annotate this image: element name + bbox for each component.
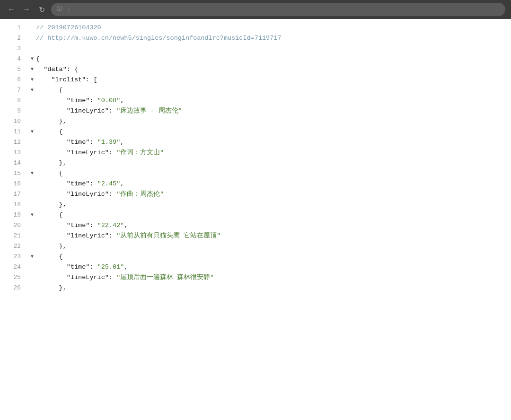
code-line: 25▶ "lineLyric": "屋顶后面一遍森林 森林很安静" [0,272,511,283]
code-text: "time": "1.39", [36,137,511,148]
collapse-triangle[interactable]: ▼ [28,127,36,137]
collapse-triangle: ▶ [28,200,36,210]
line-number: 6 [0,75,28,85]
code-line: 23▼ { [0,252,511,262]
code-text: "lrclist": [ [36,75,511,85]
line-number: 11 [0,127,28,137]
line-number: 1 [0,23,28,33]
code-line: 3▶ [0,44,511,54]
code-text: "lineLyric": "从前从前有只猫头鹰 它站在屋顶" [36,231,511,241]
collapse-triangle[interactable]: ▼ [28,168,36,179]
line-number: 3 [0,44,28,54]
code-line: 11▼ { [0,127,511,137]
code-text: "time": "22.42", [36,220,511,231]
code-text: // http://m.kuwo.cn/newh5/singles/songin… [36,33,511,44]
code-text: { [36,85,511,96]
code-line: 8▶ "time": "0.08", [0,96,511,106]
collapse-triangle: ▶ [28,116,36,127]
code-line: 17▶ "lineLyric": "作曲：周杰伦" [0,189,511,200]
collapse-triangle: ▶ [28,179,36,189]
code-viewer: 1▶// 201907261043202▶// http://m.kuwo.cn… [0,19,511,420]
collapse-triangle[interactable]: ▼ [28,210,36,220]
collapse-triangle[interactable]: ▼ [28,252,36,262]
line-number: 14 [0,158,28,168]
code-text: { [36,252,511,262]
line-number: 18 [0,200,28,210]
code-line: 13▶ "lineLyric": "作词：方文山" [0,148,511,158]
collapse-triangle: ▶ [28,158,36,168]
code-text: "data": { [36,64,511,75]
code-text: }, [36,241,511,252]
collapse-triangle: ▶ [28,220,36,231]
collapse-triangle: ▶ [28,106,36,116]
back-button[interactable]: ← [6,4,17,15]
code-line: 21▶ "lineLyric": "从前从前有只猫头鹰 它站在屋顶" [0,231,511,241]
code-line: 5▼ "data": { [0,64,511,75]
code-text: // 20190726104320 [36,23,511,33]
lock-icon: ⓘ [57,5,62,14]
collapse-triangle[interactable]: ▼ [28,54,36,64]
collapse-triangle: ▶ [28,137,36,148]
collapse-triangle[interactable]: ▼ [28,75,36,85]
code-text: }, [36,116,511,127]
code-line: 26▶ }, [0,283,511,293]
collapse-triangle: ▶ [28,272,36,283]
code-text: { [36,127,511,137]
code-line: 10▶ }, [0,116,511,127]
line-number: 7 [0,85,28,96]
code-text: "time": "2.45", [36,179,511,189]
code-line: 4▼{ [0,54,511,64]
collapse-triangle[interactable]: ▼ [28,64,36,75]
code-line: 16▶ "time": "2.45", [0,179,511,189]
code-text: "time": "0.08", [36,96,511,106]
line-number: 15 [0,168,28,179]
line-number: 21 [0,231,28,241]
code-line: 14▶ }, [0,158,511,168]
code-text: }, [36,283,511,293]
line-number: 19 [0,210,28,220]
collapse-triangle: ▶ [28,44,36,54]
line-number: 17 [0,189,28,200]
line-number: 26 [0,283,28,293]
code-text: }, [36,200,511,210]
line-number: 8 [0,96,28,106]
line-number: 16 [0,179,28,189]
address-bar[interactable]: ⓘ | [51,3,505,16]
forward-button[interactable]: → [21,4,32,15]
code-line: 20▶ "time": "22.42", [0,220,511,231]
line-number: 24 [0,262,28,272]
code-line: 24▶ "time": "25.01", [0,262,511,272]
code-line: 12▶ "time": "1.39", [0,137,511,148]
reload-button[interactable]: ↻ [36,4,47,15]
line-number: 5 [0,64,28,75]
code-line: 18▶ }, [0,200,511,210]
collapse-triangle[interactable]: ▼ [28,85,36,96]
line-number: 9 [0,106,28,116]
code-line: 22▶ }, [0,241,511,252]
line-number: 25 [0,272,28,283]
code-line: 6▼ "lrclist": [ [0,75,511,85]
line-number: 12 [0,137,28,148]
line-number: 13 [0,148,28,158]
collapse-triangle: ▶ [28,262,36,272]
code-text: "lineLyric": "作曲：周杰伦" [36,189,511,200]
code-text: "lineLyric": "床边故事 - 周杰伦" [36,106,511,116]
line-number: 20 [0,220,28,231]
code-line: 7▼ { [0,85,511,96]
code-line: 15▼ { [0,168,511,179]
collapse-triangle: ▶ [28,33,36,44]
line-number: 22 [0,241,28,252]
collapse-triangle: ▶ [28,189,36,200]
code-text: { [36,54,511,64]
code-line: 1▶// 20190726104320 [0,23,511,33]
code-text: "lineLyric": "作词：方文山" [36,148,511,158]
line-number: 23 [0,252,28,262]
collapse-triangle: ▶ [28,148,36,158]
code-line: 2▶// http://m.kuwo.cn/newh5/singles/song… [0,33,511,44]
line-number: 4 [0,54,28,64]
collapse-triangle: ▶ [28,96,36,106]
line-number: 2 [0,33,28,44]
collapse-triangle: ▶ [28,283,36,293]
browser-chrome: ← → ↻ ⓘ | [0,0,511,19]
code-text: "time": "25.01", [36,262,511,272]
